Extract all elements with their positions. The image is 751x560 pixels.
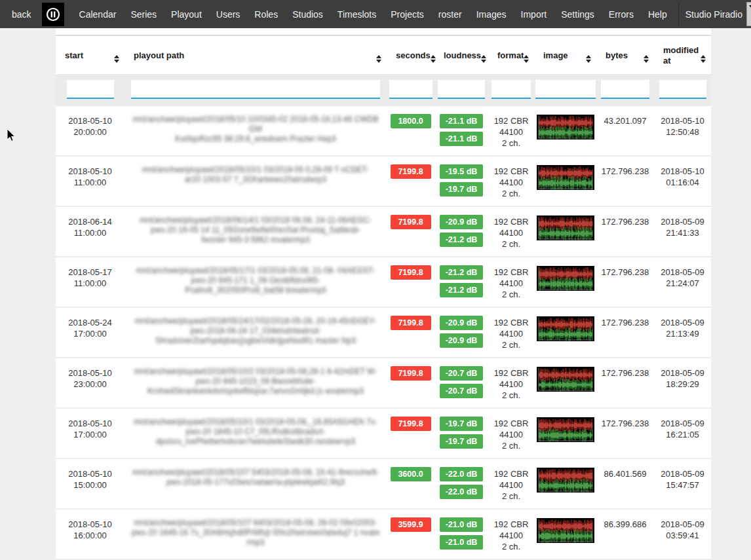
waveform-thumbnail[interactable] bbox=[537, 115, 594, 140]
seconds-badge: 1800.0 bbox=[391, 114, 431, 128]
format-cell: 192 CBR441002 ch. bbox=[488, 114, 534, 149]
table-row: 2018-05-17 11:00:00 mnt/anchwe/pluyawt/2… bbox=[56, 257, 711, 308]
table-row: 2018-05-10 17:00:00 mnt/anchwe/pluyawt/2… bbox=[56, 409, 711, 459]
filter-input-loudness[interactable] bbox=[438, 80, 485, 99]
start-date: 2018-05-17 bbox=[56, 267, 125, 278]
nav-item-back[interactable]: back bbox=[0, 9, 39, 20]
waveform-thumbnail[interactable] bbox=[537, 468, 594, 493]
format-cell: 192 CBR441002 ch. bbox=[488, 164, 534, 199]
table-row: 2018-05-10 15:00:00 mnt/anchwe/pluyawt/2… bbox=[56, 459, 711, 510]
nav-item-settings[interactable]: Settings bbox=[554, 9, 602, 20]
nav-item-images[interactable]: Images bbox=[469, 9, 514, 20]
column-header-bytes[interactable]: bytes bbox=[596, 45, 654, 66]
modified-cell: 2018-05-09 18:29:29 bbox=[654, 366, 711, 390]
seconds-badge: 3599.9 bbox=[391, 517, 431, 532]
nav-item-roles[interactable]: Roles bbox=[247, 9, 285, 20]
studio-select[interactable]: Studio Piradio bbox=[678, 2, 751, 26]
modified-cell: 2018-05-09 21:13:49 bbox=[654, 316, 711, 339]
table-body: 2018-05-10 20:00:00 mnt/anchwe/pluyawt/2… bbox=[56, 106, 711, 560]
waveform-thumbnail[interactable] bbox=[537, 266, 594, 291]
start-cell: 2018-05-10 11:00:00 bbox=[56, 164, 125, 188]
column-header-label: format bbox=[497, 50, 524, 61]
column-header-modified-at[interactable]: modified at bbox=[654, 45, 711, 66]
column-header-format[interactable]: format bbox=[488, 45, 534, 66]
nav-item-errors[interactable]: Errors bbox=[602, 9, 641, 20]
playout-path-redacted: mnt/anchwe/pluyawt/2018/05/10/2 03/2018-… bbox=[125, 366, 387, 396]
start-cell: 2018-05-10 23:00:00 bbox=[56, 366, 125, 390]
modified-time: 16:21:05 bbox=[654, 429, 711, 440]
filter-input-start[interactable] bbox=[67, 80, 114, 99]
filter-input-bytes[interactable] bbox=[601, 80, 649, 99]
pause-logo-icon[interactable] bbox=[42, 3, 64, 26]
modified-time: 21:41:33 bbox=[654, 227, 711, 238]
loudness-badge: -19.7 dB bbox=[440, 182, 484, 196]
nav-item-calendar[interactable]: Calendar bbox=[67, 9, 124, 20]
loudness-badge: -20.9 dB bbox=[440, 333, 484, 348]
loudness-badge: -20.7 dB bbox=[440, 366, 484, 381]
nav-item-roster[interactable]: roster bbox=[431, 9, 469, 20]
playout-path-redacted: mnt/anchwe/pluyawt/2018/05/10/1 03/2018-… bbox=[125, 164, 387, 185]
pause-circle-glyph bbox=[45, 7, 61, 22]
waveform-thumbnail[interactable] bbox=[537, 165, 594, 190]
filter-input-image[interactable] bbox=[535, 80, 596, 99]
modified-time: 21:13:49 bbox=[654, 328, 711, 339]
nav-item-studios[interactable]: Studios bbox=[285, 9, 330, 20]
start-time: 17:00:00 bbox=[56, 328, 125, 339]
table-filter-row bbox=[56, 74, 711, 106]
image-cell bbox=[534, 164, 596, 190]
playout-path-redacted: mnt/anchwe/pluyawt/2018/05/107 6403/2018… bbox=[125, 517, 387, 548]
waveform-thumbnail[interactable] bbox=[537, 367, 594, 392]
start-cell: 2018-05-10 20:00:00 bbox=[56, 114, 125, 138]
column-header-start[interactable]: start bbox=[56, 45, 125, 66]
loudness-badge: -21.1 dB bbox=[440, 114, 484, 128]
filter-input-format[interactable] bbox=[491, 80, 531, 99]
playout-path-redacted: mnt/anchwe/pluyawt/2018/05/24/17/02/2018… bbox=[125, 316, 387, 346]
sort-icon bbox=[114, 55, 119, 63]
modified-time: 03:59:41 bbox=[654, 530, 711, 541]
modified-cell: 2018-05-09 21:24:07 bbox=[654, 265, 711, 289]
seconds-cell: 7199.8 bbox=[387, 215, 434, 229]
filter-cell bbox=[654, 80, 711, 99]
table-row: 2018-05-10 16:00:00 mnt/anchwe/pluyawt/2… bbox=[56, 510, 711, 560]
image-cell bbox=[534, 316, 596, 341]
start-date: 2018-05-10 bbox=[56, 367, 125, 379]
modified-time: 01:16:04 bbox=[654, 177, 711, 188]
table-row: 2018-05-10 11:00:00 mnt/anchwe/pluyawt/2… bbox=[56, 157, 711, 207]
loudness-cell: -20.9 dB-20.9 dB bbox=[434, 316, 488, 348]
waveform-thumbnail[interactable] bbox=[537, 215, 594, 240]
nav-item-import[interactable]: Import bbox=[514, 9, 554, 20]
nav-item-series[interactable]: Series bbox=[123, 9, 164, 20]
bytes-cell: 172.796.238 bbox=[596, 366, 654, 379]
bytes-cell: 172.796.238 bbox=[596, 265, 654, 278]
waveform-thumbnail[interactable] bbox=[537, 417, 594, 442]
filter-input-seconds[interactable] bbox=[389, 80, 433, 99]
modified-cell: 2018-05-10 12:50:48 bbox=[654, 114, 711, 138]
seconds-badge: 7199.8 bbox=[391, 417, 431, 431]
column-header-seconds[interactable]: seconds bbox=[387, 45, 434, 66]
waveform-thumbnail[interactable] bbox=[537, 518, 594, 543]
nav-item-timeslots[interactable]: Timeslots bbox=[330, 9, 383, 20]
nav-item-playout[interactable]: Playout bbox=[164, 9, 209, 20]
loudness-badge: -19.7 dB bbox=[440, 434, 484, 449]
column-header-playout-path[interactable]: playout path bbox=[125, 45, 387, 66]
chevron-down-icon[interactable] bbox=[746, 2, 751, 26]
nav-item-users[interactable]: Users bbox=[209, 9, 248, 20]
nav-item-help[interactable]: Help bbox=[641, 9, 674, 20]
nav-item-projects[interactable]: Projects bbox=[383, 9, 431, 20]
loudness-badge: -21.2 dB bbox=[440, 265, 484, 280]
filter-input-modified-at[interactable] bbox=[659, 80, 706, 99]
seconds-badge: 3600.0 bbox=[391, 467, 431, 481]
start-date: 2018-05-10 bbox=[56, 418, 125, 429]
start-time: 23:00:00 bbox=[56, 379, 125, 390]
modified-time: 15:47:57 bbox=[654, 479, 711, 491]
start-time: 17:00:00 bbox=[56, 429, 125, 440]
column-header-loudness[interactable]: loudness bbox=[434, 45, 488, 66]
waveform-thumbnail[interactable] bbox=[537, 316, 594, 341]
loudness-badge: -21.2 dB bbox=[440, 283, 484, 297]
image-cell bbox=[534, 114, 596, 140]
loudness-badge: -20.9 dB bbox=[440, 215, 484, 229]
filter-input-playout-path[interactable] bbox=[131, 80, 380, 99]
loudness-badge: -20.7 dB bbox=[440, 384, 484, 398]
format-cell: 192 CBR441002 ch. bbox=[488, 517, 534, 552]
column-header-image[interactable]: image bbox=[534, 45, 596, 66]
